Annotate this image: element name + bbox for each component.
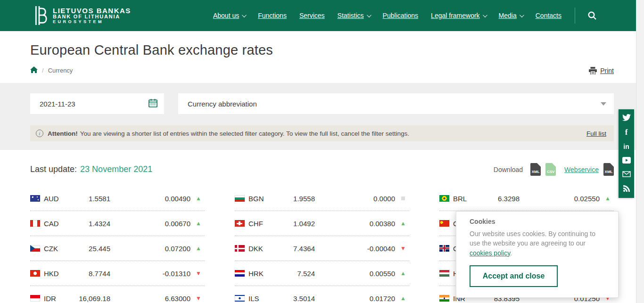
arrow-down-icon: ▼: [192, 270, 205, 277]
currency-code: AUD: [44, 195, 59, 203]
currency-rate: 1.5581: [77, 195, 110, 203]
twitter-link[interactable]: [622, 114, 631, 123]
download-csv-icon[interactable]: CSV: [545, 163, 556, 176]
flag-icon-ils: [235, 295, 245, 302]
rate-row-ils: ILS3.50140.01720▲: [235, 286, 409, 303]
flag-icon-aud: [30, 195, 40, 202]
email-link[interactable]: [622, 171, 631, 179]
currency-rate: 1.0492: [282, 220, 315, 228]
nav-item-statistics[interactable]: Statistics: [338, 12, 370, 19]
nav-item-about-us[interactable]: About us: [213, 12, 245, 19]
calendar-icon[interactable]: [149, 98, 157, 109]
cookies-policy-link[interactable]: cookies policy: [470, 249, 510, 257]
rate-row-hrk: HRK7.5240.00550▲: [235, 261, 409, 286]
flag-icon-cny: [439, 220, 449, 227]
nav-item-label: Functions: [258, 12, 287, 19]
currency-code: ILS: [248, 295, 259, 303]
download-xml-icon[interactable]: XML: [530, 163, 541, 176]
chevron-down-icon: [483, 13, 487, 17]
last-update-row: Last update: 23 November 2021 Download X…: [30, 163, 614, 176]
cookie-text-before: Our website uses cookies. By continuing …: [470, 230, 595, 247]
cookie-text-after: .: [510, 249, 512, 257]
printer-icon: [589, 67, 597, 74]
scrollbar[interactable]: [636, 0, 644, 303]
currency-change: 0.01720: [315, 295, 397, 303]
currency-rate: 1.4324: [77, 220, 110, 228]
currency-rate: 1.9558: [282, 195, 315, 203]
print-label: Print: [600, 67, 614, 74]
rate-row-brl: BRL6.32980.02550▲: [439, 186, 614, 211]
currency-code: CAD: [44, 220, 59, 228]
webservice-xml-icon[interactable]: XML: [603, 163, 614, 176]
attention-text: You are viewing a shorter list of entrie…: [80, 130, 409, 137]
webservice-link[interactable]: Webservice: [564, 166, 599, 173]
flag-icon-hrk: [235, 270, 245, 277]
breadcrumb-separator: /: [42, 67, 44, 74]
title-section: European Central Bank exchange rates / C…: [0, 31, 644, 83]
site-header: LIETUVOS BANKAS BANK OF LITHUANIA EUROSY…: [0, 0, 644, 31]
flag-icon-cad: [30, 220, 40, 227]
download-label: Download: [494, 166, 523, 173]
currency-rate: 6.3298: [487, 195, 520, 203]
nav-item-publications[interactable]: Publications: [383, 12, 419, 19]
rss-icon: [623, 185, 630, 194]
nav-item-contacts[interactable]: Contacts: [536, 12, 561, 19]
filter-section: Currency abbreviation i Attention! You a…: [0, 83, 644, 150]
bank-logo[interactable]: LIETUVOS BANKAS BANK OF LITHUANIA EUROSY…: [30, 5, 131, 26]
flag-icon-inr: [439, 295, 449, 302]
flag-icon-brl: [439, 195, 449, 202]
date-input[interactable]: [40, 100, 149, 108]
twitter-icon: [622, 114, 631, 123]
chevron-down-icon: [367, 13, 372, 17]
currency-rate: 8.7744: [77, 270, 110, 278]
no-change-indicator: [397, 195, 409, 202]
currency-change: 0.02550: [520, 195, 602, 203]
currency-code: IDR: [44, 295, 56, 303]
currency-rate: 7.524: [282, 270, 315, 278]
nav-item-label: Statistics: [338, 12, 364, 19]
full-list-link[interactable]: Full list: [577, 130, 606, 137]
date-filter: [30, 93, 164, 114]
last-update-date: 23 November 2021: [80, 164, 152, 174]
print-button[interactable]: Print: [589, 67, 614, 74]
linkedin-link[interactable]: in: [622, 142, 631, 151]
bank-logo-text: LIETUVOS BANKAS BANK OF LITHUANIA EUROSY…: [53, 7, 131, 25]
currency-code: DKK: [248, 245, 263, 253]
currency-rate: 16,069.18: [77, 295, 110, 303]
flag-icon-dkk: [235, 245, 245, 252]
search-button[interactable]: [575, 8, 597, 24]
rss-link[interactable]: [622, 185, 631, 193]
rate-row-aud: AUD1.55810.00490▲: [30, 186, 205, 211]
search-icon: [587, 11, 597, 20]
nav-item-label: Media: [499, 12, 517, 19]
page-title: European Central Bank exchange rates: [30, 42, 614, 58]
info-icon: i: [36, 130, 43, 137]
currency-change: 6.63000: [110, 295, 192, 303]
accept-and-close-button[interactable]: Accept and close: [470, 265, 558, 287]
currency-code: CZK: [44, 245, 58, 253]
currency-code: HKD: [44, 270, 59, 278]
facebook-link[interactable]: f: [622, 128, 631, 137]
arrow-up-icon: ▲: [397, 295, 409, 302]
last-update-label: Last update:: [30, 164, 77, 174]
flag-icon-bgn: [235, 195, 245, 202]
arrow-down-icon: ▼: [192, 295, 205, 302]
chevron-down-icon: [242, 13, 247, 17]
nav-item-legal-framework[interactable]: Legal framework: [431, 12, 486, 19]
nav-item-media[interactable]: Media: [499, 12, 523, 19]
chevron-down-icon: [520, 13, 524, 17]
currency-rate: 3.5014: [282, 295, 315, 303]
youtube-link[interactable]: [622, 156, 631, 165]
arrow-up-icon: ▲: [192, 245, 205, 252]
arrow-up-icon: ▲: [192, 195, 205, 202]
nav-item-label: About us: [213, 12, 239, 19]
cookie-text: Our website uses cookies. By continuing …: [470, 229, 605, 258]
currency-change: 0.00670: [110, 220, 192, 228]
nav-item-functions[interactable]: Functions: [258, 12, 287, 19]
currency-abbreviation-select[interactable]: Currency abbreviation: [178, 93, 614, 114]
home-icon[interactable]: [30, 66, 38, 74]
currency-change: 0.00380: [315, 220, 397, 228]
rate-row-chf: CHF1.04920.00380▲: [235, 211, 409, 236]
nav-item-services[interactable]: Services: [299, 12, 325, 19]
arrow-up-icon: ▲: [602, 195, 614, 202]
